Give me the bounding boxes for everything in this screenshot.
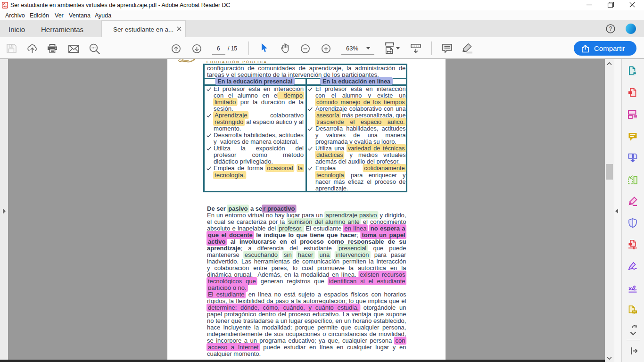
- svg-text:?: ?: [609, 25, 612, 32]
